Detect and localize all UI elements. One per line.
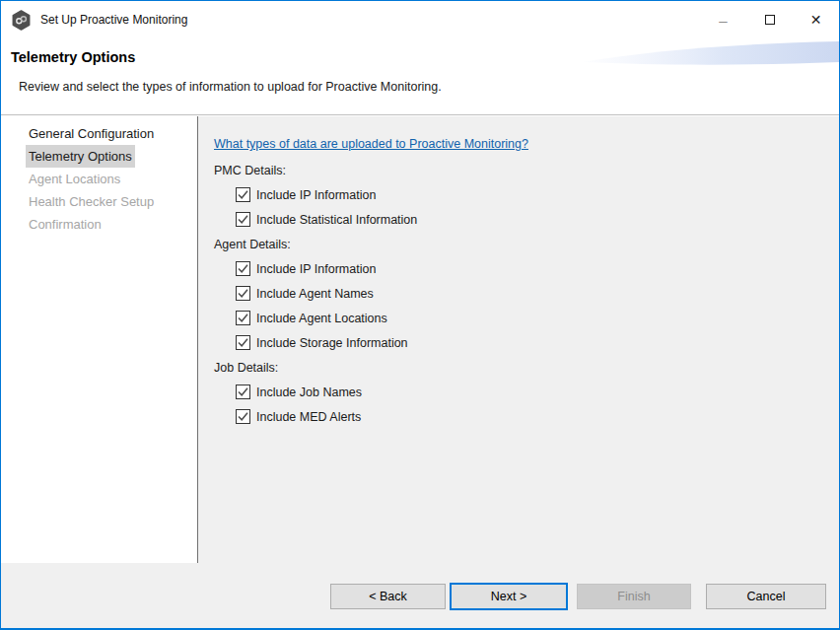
window-title: Set Up Proactive Monitoring bbox=[40, 13, 700, 27]
wizard-body: General Configuration Telemetry Options … bbox=[1, 116, 839, 564]
page-title: Telemetry Options bbox=[11, 49, 135, 65]
maximize-icon bbox=[765, 15, 775, 25]
checkbox-row[interactable]: Include Agent Locations bbox=[214, 306, 829, 330]
checkbox-checked[interactable] bbox=[236, 261, 250, 276]
checkmark-icon bbox=[237, 385, 249, 398]
checkbox-label[interactable]: Include IP Information bbox=[256, 188, 376, 202]
checkbox-row[interactable]: Include Job Names bbox=[214, 380, 829, 404]
checkbox-checked[interactable] bbox=[236, 286, 250, 301]
finish-button: Finish bbox=[577, 584, 691, 609]
checkbox-checked[interactable] bbox=[236, 212, 250, 227]
sidebar-item-confirmation: Confirmation bbox=[29, 213, 197, 236]
sidebar-item-label: Health Checker Setup bbox=[26, 190, 157, 213]
sidebar-item-label: Telemetry Options bbox=[26, 145, 135, 168]
checkmark-icon bbox=[237, 336, 249, 349]
header-swoosh-decoration bbox=[583, 38, 839, 68]
sidebar-item-label: Agent Locations bbox=[26, 168, 123, 190]
checkbox-label[interactable]: Include Storage Information bbox=[256, 336, 408, 350]
data-types-help-link[interactable]: What types of data are uploaded to Proac… bbox=[214, 133, 528, 155]
next-button[interactable]: Next > bbox=[450, 583, 568, 610]
minimize-icon: – bbox=[719, 12, 727, 29]
checkmark-icon bbox=[237, 213, 249, 226]
close-button[interactable]: ✕ bbox=[793, 1, 839, 38]
checkbox-row[interactable]: Include IP Information bbox=[214, 256, 829, 281]
steps-sidebar: General Configuration Telemetry Options … bbox=[1, 116, 198, 563]
sidebar-item-label: General Configuration bbox=[26, 122, 157, 145]
section-label-job-details: Job Details: bbox=[214, 355, 829, 380]
sidebar-item-health-checker-setup: Health Checker Setup bbox=[29, 190, 197, 213]
window-controls: – ✕ bbox=[700, 1, 839, 38]
checkbox-row[interactable]: Include IP Information bbox=[214, 182, 829, 207]
checkbox-row[interactable]: Include Agent Names bbox=[214, 281, 829, 306]
sidebar-item-agent-locations: Agent Locations bbox=[29, 168, 197, 190]
back-button[interactable]: < Back bbox=[330, 584, 446, 609]
checkbox-row[interactable]: Include Statistical Information bbox=[214, 207, 829, 232]
checkmark-icon bbox=[237, 410, 249, 423]
checkbox-label[interactable]: Include Statistical Information bbox=[256, 213, 417, 227]
checkbox-checked[interactable] bbox=[236, 311, 250, 325]
app-icon bbox=[11, 10, 32, 31]
checkbox-label[interactable]: Include IP Information bbox=[256, 262, 376, 276]
close-icon: ✕ bbox=[810, 12, 822, 28]
checkbox-checked[interactable] bbox=[236, 187, 250, 202]
sidebar-item-general-configuration[interactable]: General Configuration bbox=[29, 122, 197, 145]
checkmark-icon bbox=[237, 312, 249, 324]
sidebar-item-telemetry-options[interactable]: Telemetry Options bbox=[29, 145, 197, 168]
sidebar-item-label: Confirmation bbox=[26, 213, 105, 236]
checkbox-row[interactable]: Include Storage Information bbox=[214, 330, 829, 355]
section-label-agent-details: Agent Details: bbox=[214, 232, 829, 256]
wizard-window: Set Up Proactive Monitoring – ✕ bbox=[0, 0, 840, 630]
checkmark-icon bbox=[237, 188, 249, 201]
checkbox-label[interactable]: Include Job Names bbox=[256, 385, 362, 399]
wizard-header: Telemetry Options Review and select the … bbox=[1, 38, 839, 115]
checkmark-icon bbox=[237, 287, 249, 300]
titlebar: Set Up Proactive Monitoring – ✕ bbox=[1, 1, 839, 38]
cancel-button[interactable]: Cancel bbox=[706, 584, 826, 609]
checkbox-label[interactable]: Include MED Alerts bbox=[256, 410, 361, 424]
checkbox-row[interactable]: Include MED Alerts bbox=[214, 404, 829, 429]
checkbox-label[interactable]: Include Agent Names bbox=[256, 287, 374, 301]
minimize-button[interactable]: – bbox=[700, 1, 746, 38]
checkbox-checked[interactable] bbox=[236, 385, 250, 399]
wizard-footer: < Back Next > Finish Cancel bbox=[1, 563, 839, 628]
checkbox-checked[interactable] bbox=[236, 335, 250, 350]
maximize-button[interactable] bbox=[746, 1, 793, 38]
telemetry-options-panel: What types of data are uploaded to Proac… bbox=[199, 116, 839, 563]
checkbox-label[interactable]: Include Agent Locations bbox=[256, 312, 387, 325]
checkmark-icon bbox=[237, 262, 249, 275]
page-subtitle: Review and select the types of informati… bbox=[19, 80, 442, 94]
checkbox-checked[interactable] bbox=[236, 409, 250, 424]
section-label-pmc-details: PMC Details: bbox=[214, 158, 829, 182]
